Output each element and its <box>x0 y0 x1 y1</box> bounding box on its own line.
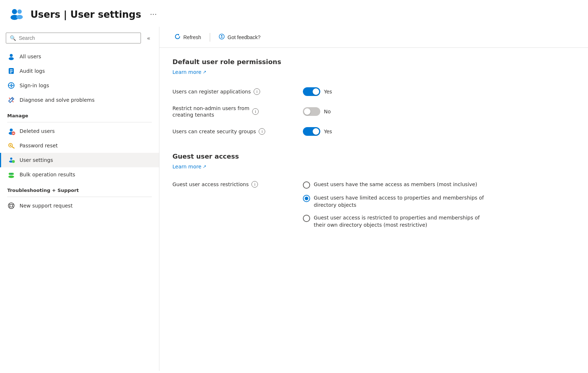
svg-point-0 <box>12 9 17 14</box>
sidebar-label-deleted-users: Deleted users <box>20 128 55 134</box>
restrict-tenants-toggle-value: No <box>324 109 331 114</box>
key-icon <box>7 142 15 150</box>
svg-rect-8 <box>10 71 13 72</box>
content-area: Refresh Got feedback? Default user role … <box>159 27 588 371</box>
register-apps-row: Users can register applications i Yes <box>172 82 545 101</box>
sidebar: 🔍 « All users <box>0 27 159 371</box>
feedback-label: Got feedback? <box>228 34 260 40</box>
sidebar-item-audit-logs[interactable]: Audit logs <box>0 64 159 78</box>
guest-option-limited-access[interactable]: Guest users have limited access to prope… <box>303 194 488 209</box>
sidebar-item-user-settings[interactable]: User settings <box>0 153 159 167</box>
guest-option-same-as-members[interactable]: Guest users have the same access as memb… <box>303 181 488 189</box>
svg-line-34 <box>12 204 14 205</box>
register-apps-info-icon[interactable]: i <box>254 88 260 95</box>
person-icon <box>7 53 15 60</box>
collapse-sidebar-button[interactable]: « <box>144 33 153 43</box>
page-title: Users | User settings <box>30 9 141 20</box>
radio-text-same-as-members: Guest users have the same access as memb… <box>314 181 477 188</box>
sidebar-item-deleted-users[interactable]: Deleted users <box>0 124 159 138</box>
radio-circle-restricted-access <box>303 215 310 222</box>
section1-learn-more-link[interactable]: Learn more ↗ <box>172 69 207 75</box>
security-groups-toggle-value: Yes <box>324 129 332 134</box>
security-groups-toggle[interactable] <box>303 127 320 136</box>
security-groups-label: Users can create security groups <box>172 129 256 134</box>
sidebar-label-diagnose: Diagnose and solve problems <box>20 97 95 103</box>
audit-icon <box>7 67 15 75</box>
register-apps-toggle-knob <box>313 88 319 95</box>
support-section-label: Troubleshooting + Support <box>0 182 159 195</box>
restrict-tenants-label2: creating tenants <box>172 112 249 118</box>
register-apps-label: Users can register applications <box>172 89 251 95</box>
sidebar-label-new-support: New support request <box>20 203 72 209</box>
manage-section-label: Manage <box>0 107 159 121</box>
restrict-tenants-toggle-container: No <box>303 107 331 116</box>
guest-access-radio-group: Guest users have the same access as memb… <box>303 181 488 229</box>
section2-learn-more-link[interactable]: Learn more ↗ <box>172 164 207 169</box>
support-divider <box>7 197 152 197</box>
svg-line-32 <box>9 204 11 205</box>
svg-point-4 <box>10 54 13 57</box>
radio-circle-limited-access <box>303 195 310 202</box>
section1: Default user role permissions Learn more… <box>172 58 545 141</box>
wrench-icon <box>7 96 15 104</box>
sidebar-item-diagnose[interactable]: Diagnose and solve problems <box>0 93 159 107</box>
sidebar-search-row: 🔍 « <box>0 30 159 49</box>
security-groups-row: Users can create security groups i Yes <box>172 122 545 141</box>
feedback-icon <box>219 34 225 41</box>
feedback-button[interactable]: Got feedback? <box>214 31 266 43</box>
radio-text-restricted-access: Guest user access is restricted to prope… <box>314 214 488 229</box>
guest-access-label-group: Guest user access restrictions i <box>172 181 296 188</box>
sidebar-search-box[interactable]: 🔍 <box>6 33 141 43</box>
security-groups-toggle-container: Yes <box>303 127 332 136</box>
svg-point-30 <box>8 203 14 209</box>
sidebar-item-new-support[interactable]: New support request <box>0 198 159 213</box>
security-groups-label-group: Users can create security groups i <box>172 128 296 135</box>
security-groups-toggle-knob <box>313 128 319 135</box>
deleted-icon <box>7 127 15 135</box>
sidebar-item-password-reset[interactable]: Password reset <box>0 138 159 153</box>
sidebar-label-user-settings: User settings <box>20 157 53 163</box>
radio-text-limited-access: Guest users have limited access to prope… <box>314 194 488 209</box>
svg-line-35 <box>9 206 11 208</box>
guest-option-restricted-access[interactable]: Guest user access is restricted to prope… <box>303 214 488 229</box>
sidebar-label-audit-logs: Audit logs <box>20 68 45 74</box>
svg-rect-7 <box>10 70 13 70</box>
section1-title: Default user role permissions <box>172 58 545 66</box>
svg-line-19 <box>12 147 14 148</box>
svg-point-5 <box>9 57 14 60</box>
main-layout: 🔍 « All users <box>0 27 588 371</box>
page-header: Users | User settings ··· <box>0 0 588 27</box>
signin-icon <box>7 81 15 89</box>
sidebar-item-sign-in-logs[interactable]: Sign-in logs <box>0 78 159 93</box>
section2-title: Guest user access <box>172 152 545 160</box>
toolbar: Refresh Got feedback? <box>159 27 588 48</box>
guest-access-info-icon[interactable]: i <box>251 181 258 188</box>
restrict-tenants-row: Restrict non-admin users from creating t… <box>172 101 545 122</box>
toolbar-divider <box>210 33 210 42</box>
register-apps-label-group: Users can register applications i <box>172 88 296 95</box>
search-input[interactable] <box>19 35 137 41</box>
users-page-icon <box>9 7 25 22</box>
sidebar-label-bulk-operations: Bulk operation results <box>20 172 75 177</box>
bulk-icon <box>7 171 15 179</box>
restrict-tenants-label-group: Restrict non-admin users from creating t… <box>172 105 296 118</box>
section2-learn-more-label: Learn more <box>172 164 201 169</box>
register-apps-toggle-container: Yes <box>303 87 332 96</box>
sidebar-item-bulk-operations[interactable]: Bulk operation results <box>0 167 159 182</box>
restrict-tenants-info-icon[interactable]: i <box>252 108 259 115</box>
restrict-tenants-label-wrap: Restrict non-admin users from creating t… <box>172 105 249 118</box>
guest-access-row: Guest user access restrictions i Guest u… <box>172 177 545 233</box>
restrict-tenants-label1: Restrict non-admin users from <box>172 105 249 111</box>
restrict-tenants-toggle[interactable] <box>303 107 320 116</box>
security-groups-info-icon[interactable]: i <box>259 128 265 135</box>
external-link-icon2: ↗ <box>203 164 207 169</box>
register-apps-toggle-value: Yes <box>324 89 332 95</box>
sidebar-label-sign-in-logs: Sign-in logs <box>20 83 49 88</box>
manage-divider <box>7 122 152 122</box>
refresh-icon <box>175 34 180 41</box>
page-menu-ellipsis[interactable]: ··· <box>150 10 157 19</box>
register-apps-toggle[interactable] <box>303 87 320 96</box>
refresh-label: Refresh <box>183 34 201 40</box>
sidebar-item-all-users[interactable]: All users <box>0 49 159 64</box>
refresh-button[interactable]: Refresh <box>170 31 206 43</box>
